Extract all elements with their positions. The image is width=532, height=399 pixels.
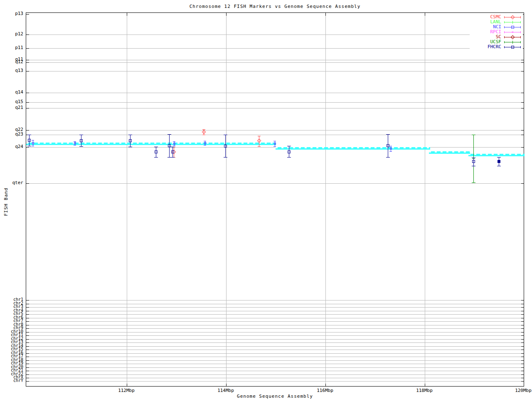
FHCRC-errorbar-cap-bottom — [386, 157, 390, 158]
NCI-errorbar-cap-top — [74, 141, 76, 142]
tick-top-116Mbp — [325, 13, 326, 16]
FHCRC-errorbar-cap-top — [224, 135, 227, 135]
tick-right-chr4 — [521, 311, 524, 311]
tick-left-chr1 — [26, 300, 29, 300]
legend-sample-cap-left — [504, 46, 505, 48]
tick-right-q24 — [521, 147, 524, 148]
chart-canvas: Chromosome 12 FISH Markers vs Genome Seq… — [0, 0, 532, 399]
gridline-h-chr13 — [27, 342, 524, 343]
gridline-h-p11 — [27, 48, 524, 49]
tick-right-chr7 — [521, 321, 524, 322]
y-band-label: q24 — [2, 144, 23, 149]
legend-sample-cap-right — [520, 46, 521, 48]
y-band-label: q23 — [2, 132, 23, 137]
marker-diamond — [202, 130, 206, 134]
tick-left-chr17 — [26, 357, 29, 357]
marker-square — [168, 144, 171, 147]
FHCRC-errorbar-cap-bottom — [472, 166, 475, 166]
gridline-h-q14 — [27, 93, 524, 93]
marker-square — [155, 150, 158, 153]
assembly-segment-dashes — [429, 151, 470, 153]
gridline-h-q23 — [27, 135, 524, 135]
legend-label-fhcrc: FHCRC — [472, 44, 501, 49]
legend-sample-cap-right — [520, 36, 521, 38]
marker-square — [387, 144, 389, 147]
tick-left-chrX — [26, 378, 29, 378]
legend-sample-cap-left — [504, 41, 505, 43]
tick-left-chr15 — [26, 350, 29, 350]
assembly-segment-dashes — [26, 143, 276, 144]
gridline-h-q11 — [27, 60, 524, 60]
y-band-label: q15 — [2, 99, 23, 104]
tick-right-chr16 — [521, 353, 524, 354]
gridline-h-chr18 — [27, 360, 524, 361]
plot-area — [26, 12, 524, 387]
marker-square — [74, 142, 76, 144]
gridline-h-q21 — [27, 108, 524, 108]
assembly-segment — [429, 151, 470, 154]
NCI-errorbar-cap-top — [173, 141, 175, 142]
FHCRC-errorbar-cap-bottom — [79, 146, 83, 147]
gridline-h-chr7 — [27, 321, 524, 322]
gridline-h-chr21 — [27, 371, 524, 371]
gridline-v-116Mbp — [325, 13, 326, 387]
gridline-h-chr11 — [27, 335, 524, 336]
tick-right-chr13 — [521, 342, 524, 343]
legend-sample-cap-left — [504, 31, 505, 33]
y-band-label: qter — [2, 180, 23, 185]
legend-sample-cap-right — [520, 41, 521, 43]
tick-left-q24 — [26, 147, 29, 148]
tick-bottom-112Mbp — [127, 384, 127, 387]
NCI-errorbar-cap-bottom — [173, 145, 175, 146]
gridline-h-p12 — [27, 34, 524, 35]
tick-left-chr10 — [26, 332, 29, 332]
tick-right-chr21 — [521, 371, 524, 371]
tick-right-chr15 — [521, 350, 524, 350]
marker-square — [173, 143, 175, 145]
gridline-h-chrX — [27, 378, 524, 378]
tick-right-qter — [521, 183, 524, 184]
UCSF-errorbar-cap-bottom — [472, 182, 475, 183]
gridline-h-chr12 — [27, 339, 524, 340]
FHCRC-errorbar-cap-top — [167, 134, 171, 135]
assembly-segment-dashes — [468, 154, 525, 155]
tick-left-p11 — [26, 48, 29, 49]
gridline-h-chr15 — [27, 350, 524, 350]
FHCRC-errorbar-cap-bottom — [224, 157, 227, 158]
tick-right-chr12 — [521, 339, 524, 340]
marker-square — [511, 26, 514, 29]
marker-diamond — [257, 139, 261, 143]
UCSF-errorbar-cap-top — [472, 135, 475, 135]
tick-top-114Mbp — [226, 13, 227, 16]
tick-left-chr3 — [26, 307, 29, 308]
y-axis-title: FISH Band — [3, 181, 9, 223]
FHCRC-errorbar-cap-bottom — [27, 146, 31, 146]
legend-sample-cap-left — [504, 36, 505, 38]
gridline-h-chr16 — [27, 353, 524, 354]
gridline-h-qter — [27, 183, 524, 184]
tick-right-chr2 — [521, 304, 524, 304]
marker-square — [274, 143, 276, 145]
legend-sample-cap-right — [520, 21, 521, 23]
FHCRC-errorbar-cap-top — [171, 147, 175, 147]
NCI-errorbar-cap-top — [389, 146, 392, 146]
y-chr-label: chrY — [2, 379, 23, 382]
y-band-label: p13 — [2, 11, 23, 16]
x-tick-label: 112Mbp — [110, 388, 143, 393]
tick-bottom-114Mbp — [226, 384, 227, 387]
CSMC-errorbar-cap-top — [258, 136, 261, 136]
legend-sample-cap-right — [520, 16, 521, 18]
tick-top-112Mbp — [127, 13, 127, 16]
FHCRC-errorbar-cap-top — [128, 135, 132, 135]
NCI-errorbar-cap-top — [273, 141, 276, 141]
tick-right-chr17 — [521, 357, 524, 357]
tick-right-q11 — [521, 60, 524, 60]
FHCRC-errorbar-cap-top — [287, 146, 291, 146]
tick-right-chr9 — [521, 328, 524, 329]
FHCRC-errorbar-cap-top — [79, 135, 83, 135]
gridline-h-chr2 — [27, 304, 524, 304]
x-tick-label: 118Mbp — [408, 388, 441, 393]
marker-square — [511, 46, 514, 49]
tick-right-q21 — [521, 108, 524, 108]
gridline-h-chr10 — [27, 332, 524, 332]
